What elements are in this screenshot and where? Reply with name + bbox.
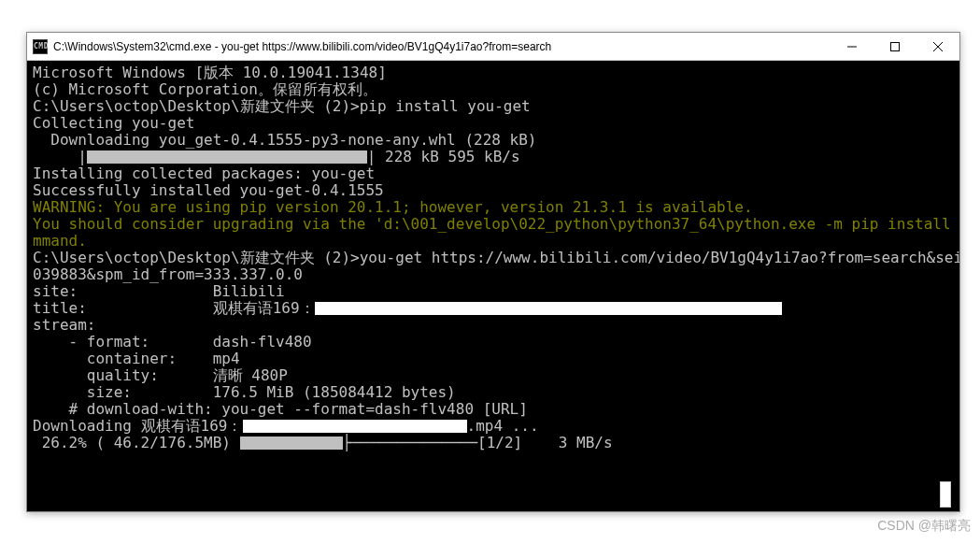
minimize-icon: [847, 42, 857, 51]
terminal-body[interactable]: Microsoft Windows [版本 10.0.19041.1348] (…: [27, 61, 959, 511]
output-line: title: 观棋有语169：: [33, 300, 959, 317]
output-line: size: 176.5 MiB (185084412 bytes): [33, 384, 959, 401]
output-line: quality: 清晰 480P: [33, 367, 959, 384]
output-line: Microsoft Windows [版本 10.0.19041.1348]: [33, 64, 959, 81]
output-line: 039883&spm_id_from=333.337.0.0: [33, 266, 959, 283]
window-title: C:\Windows\System32\cmd.exe - you-get ht…: [53, 33, 831, 61]
download-line: Downloading 观棋有语169：.mp4 ...: [33, 418, 959, 435]
maximize-button[interactable]: [873, 33, 916, 60]
output-line: (c) Microsoft Corporation。保留所有权利。: [33, 81, 959, 98]
title-bar[interactable]: CMD C:\Windows\System32\cmd.exe - you-ge…: [27, 33, 959, 61]
pip-progress-bar: [87, 150, 367, 164]
output-line: # download-with: you-get --format=dash-f…: [33, 401, 959, 418]
close-button[interactable]: [916, 33, 959, 60]
output-line: Installing collected packages: you-get: [33, 165, 959, 182]
redacted-filename: [243, 420, 467, 433]
progress-line: || 228 kB 595 kB/s: [33, 149, 959, 165]
redacted-title: [315, 302, 782, 315]
warning-line: mmand.: [33, 233, 959, 250]
output-line: site: Bilibili: [33, 283, 959, 300]
output-line: - format: dash-flv480: [33, 334, 959, 351]
output-line: stream:: [33, 317, 959, 334]
output-line: Collecting you-get: [33, 115, 959, 132]
warning-line: WARNING: You are using pip version 20.1.…: [33, 199, 959, 216]
prompt-line: C:\Users\octop\Desktop\新建文件夹 (2)>pip ins…: [33, 98, 959, 115]
window-frame: CMD C:\Windows\System32\cmd.exe - you-ge…: [26, 32, 960, 512]
window-controls: [831, 33, 959, 60]
svg-rect-0: [891, 42, 900, 50]
output-line: Successfully installed you-get-0.4.1555: [33, 182, 959, 199]
output-line: Downloading you_get-0.4.1555-py3-none-an…: [33, 132, 959, 149]
watermark: CSDN @韩曙亮: [877, 518, 971, 535]
output-line: container: mp4: [33, 351, 959, 367]
download-progress-bar: [240, 437, 343, 450]
minimize-button[interactable]: [831, 33, 873, 60]
warning-line: You should consider upgrading via the 'd…: [33, 216, 959, 233]
cmd-icon: CMD: [33, 39, 48, 54]
close-icon: [933, 42, 943, 51]
maximize-icon: [890, 42, 900, 51]
progress-line: 26.2% ( 46.2/176.5MB) ├──────────────[1/…: [33, 435, 959, 451]
scrollbar-thumb[interactable]: [940, 481, 951, 508]
prompt-line: C:\Users\octop\Desktop\新建文件夹 (2)>you-get…: [33, 250, 959, 266]
